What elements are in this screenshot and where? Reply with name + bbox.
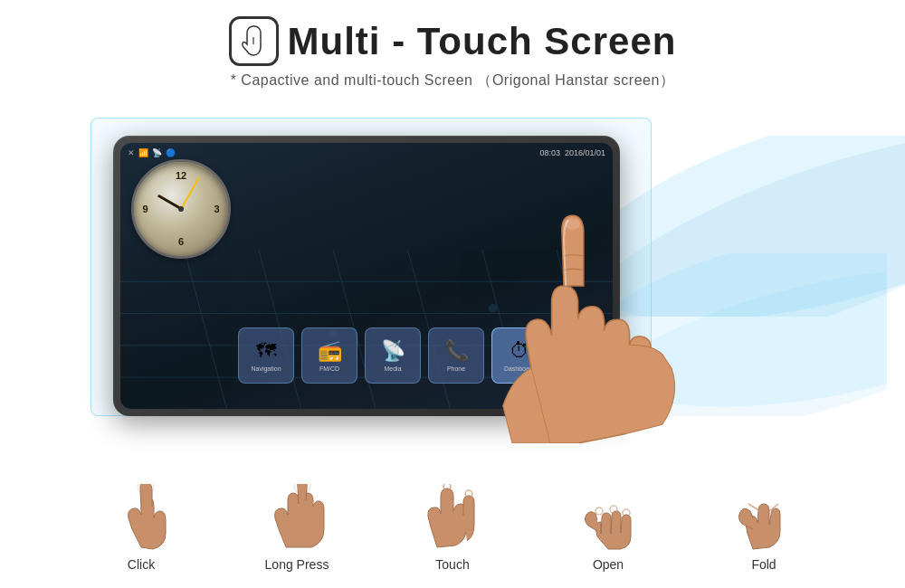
fold-label: Fold (751, 557, 776, 572)
gesture-open: Open (563, 484, 653, 572)
fmcd-label: FM/CD (319, 365, 339, 372)
navigation-symbol: 🗺 (256, 339, 276, 363)
gesture-touch: Touch (407, 484, 498, 572)
touch-icon (229, 16, 279, 66)
clock-minute-hand (180, 177, 200, 210)
signal-icon: 📡 (152, 148, 162, 157)
fmcd-symbol: 📻 (318, 339, 342, 363)
clock-center (178, 206, 184, 212)
clock-9: 9 (142, 204, 148, 214)
long-press-label: Long Press (265, 557, 329, 572)
clock-12: 12 (176, 170, 186, 181)
status-bar: ✕ 📶 📡 🔵 08:03 2016/01/01 (128, 148, 605, 157)
gesture-fold: Fold (719, 484, 809, 572)
bt-icon: 🔵 (166, 148, 176, 157)
svg-point-25 (595, 507, 603, 515)
clock-6: 6 (178, 236, 184, 247)
title-row: Multi - Touch Screen (229, 16, 677, 66)
page-title: Multi - Touch Screen (288, 20, 677, 63)
phone-label: Phone (447, 365, 465, 372)
gesture-click: Click (96, 484, 186, 572)
svg-point-18 (565, 218, 580, 229)
gesture-long-press: Long Press (252, 484, 342, 572)
svg-line-10 (185, 250, 227, 409)
subtitle-text: * Capactive and multi-touch Screen （Orig… (231, 71, 675, 90)
close-icon: ✕ (128, 148, 135, 157)
media-symbol: 📡 (381, 339, 405, 363)
header-section: Multi - Touch Screen * Capactive and mul… (0, 0, 905, 90)
open-label: Open (593, 557, 624, 572)
clock-widget: 12 3 6 9 (131, 159, 231, 259)
touch-label: Touch (435, 557, 469, 572)
status-time: 08:03 2016/01/01 (539, 148, 605, 157)
status-icons: ✕ 📶 📡 🔵 (128, 148, 176, 157)
phone-symbol: 📞 (444, 339, 469, 363)
gestures-row: Click Long Press Touch (63, 484, 842, 572)
navigation-label: Navigation (251, 365, 281, 372)
clock-face: 12 3 6 9 (131, 159, 231, 259)
pointing-hand (471, 181, 796, 452)
click-label: Click (128, 557, 155, 572)
media-label: Media (384, 365, 401, 372)
wifi-icon: 📶 (138, 148, 148, 157)
app-icon-navigation[interactable]: 🗺 Navigation (238, 327, 294, 384)
app-icon-media[interactable]: 📡 Media (365, 327, 421, 384)
app-icon-fmcd[interactable]: 📻 FM/CD (301, 327, 357, 384)
clock-3: 3 (214, 204, 219, 214)
